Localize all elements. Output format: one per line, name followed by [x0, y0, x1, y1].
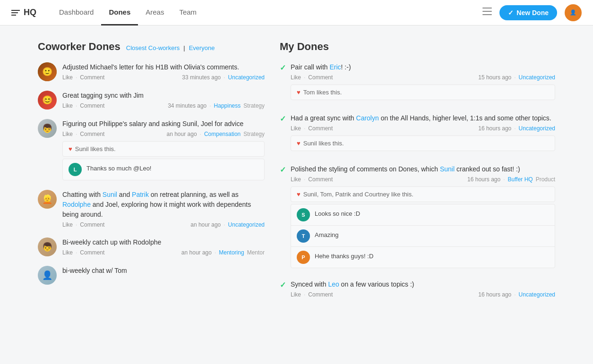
logo[interactable]: HQ [11, 8, 36, 17]
comment-item: S Looks so nice :D [291, 204, 555, 225]
coworker-done-item: 🙂 Adjusted Michael's letter for his H1B … [38, 62, 265, 81]
done-meta: Like · Comment an hour ago · Mentoring M… [62, 249, 265, 256]
likes-box: ♥ Sunil likes this. [291, 135, 555, 151]
my-done-item: ✓ Synced with Leo on a few various topic… [280, 279, 555, 298]
comment-avatar: P [297, 251, 310, 264]
coworker-dones-column: Coworker Dones Closest Co-workers | Ever… [38, 41, 265, 309]
heart-icon: ♥ [297, 191, 301, 198]
comment-button[interactable]: Comment [80, 249, 104, 256]
nav-dashboard[interactable]: Dashboard [52, 0, 101, 25]
done-tag-suffix: Strategy [243, 131, 265, 137]
comment-item: T Amazing [291, 225, 555, 246]
my-dones-title: My Dones [280, 41, 329, 53]
done-tag[interactable]: Uncategorized [519, 74, 555, 81]
like-button[interactable]: Like [291, 176, 301, 183]
comment-button[interactable]: Comment [308, 291, 333, 298]
comment-avatar: S [297, 208, 310, 221]
nav-team[interactable]: Team [172, 0, 204, 25]
like-button[interactable]: Like [291, 125, 301, 132]
done-link[interactable]: Carolyn [356, 114, 379, 122]
done-tag[interactable]: Uncategorized [228, 221, 265, 228]
likes-box: ♥ Sunil likes this. [62, 141, 265, 157]
like-button[interactable]: Like [62, 131, 73, 137]
done-content: Chatting with Sunil and Patrik on retrea… [62, 190, 265, 228]
likes-text: Sunil likes this. [303, 140, 344, 147]
done-tag-suffix: Strategy [243, 102, 265, 109]
done-text: Chatting with Sunil and Patrik on retrea… [62, 190, 265, 220]
like-button[interactable]: Like [291, 291, 301, 298]
like-button[interactable]: Like [62, 249, 73, 256]
done-link[interactable]: Sunil [440, 165, 455, 173]
filter-closest-coworkers[interactable]: Closest Co-workers [126, 44, 180, 51]
done-text: Figuring out Philippe's salary and askin… [62, 119, 265, 129]
like-button[interactable]: Like [62, 74, 73, 81]
my-dones-column: My Dones ✓ Pair call with Eric! :-) Like… [280, 41, 555, 309]
checkmark-icon: ✓ [280, 165, 286, 268]
comment-button[interactable]: Comment [80, 74, 104, 81]
done-content: Adjusted Michael's letter for his H1B wi… [62, 62, 265, 81]
done-tag[interactable]: Mentoring [219, 249, 244, 256]
likes-text: Sunil likes this. [75, 145, 116, 152]
user-avatar[interactable]: 👤 [565, 4, 582, 21]
new-done-button[interactable]: New Done [499, 5, 557, 20]
done-tag-suffix: Mentor [247, 249, 265, 256]
filter-everyone[interactable]: Everyone [189, 44, 215, 51]
avatar: 😊 [38, 91, 57, 110]
comment-text: Thanks so much @Leo! [86, 163, 151, 172]
done-time: an hour ago [190, 221, 221, 228]
done-tag[interactable]: Uncategorized [228, 74, 265, 81]
comment-button[interactable]: Comment [308, 176, 333, 183]
navbar: HQ Dashboard Dones Areas Team New Done 👤 [0, 0, 593, 25]
done-tag[interactable]: Uncategorized [519, 291, 555, 298]
like-button[interactable]: Like [62, 102, 73, 109]
my-done-content: Pair call with Eric! :-) Like · Comment … [291, 62, 555, 102]
like-button[interactable]: Like [62, 221, 73, 228]
comments-box: L Thanks so much @Leo! [62, 159, 265, 180]
done-tag[interactable]: Happiness [214, 102, 241, 109]
coworker-done-item: 👱 Chatting with Sunil and Patrik on retr… [38, 190, 265, 228]
done-text: bi-weekly chat w/ Tom [62, 266, 265, 276]
comments-box: S Looks so nice :D T Amazing P [291, 204, 555, 268]
logo-icon [11, 10, 20, 16]
done-meta: Like · Comment 34 minutes ago · Happines… [62, 102, 265, 109]
done-link[interactable]: Eric [329, 63, 341, 71]
comment-text: Hehe thanks guys! :D [315, 251, 373, 260]
likes-box: ♥ Sunil, Tom, Patrik and Courtney like t… [291, 186, 555, 202]
heart-icon: ♥ [69, 145, 72, 152]
done-text: Bi-weekly catch up with Rodolphe [62, 237, 265, 247]
done-text: Great tagging sync with Jim [62, 91, 265, 101]
like-button[interactable]: Like [291, 74, 301, 81]
comment-button[interactable]: Comment [80, 221, 104, 228]
done-meta: Like · Comment 33 minutes ago · Uncatego… [62, 74, 265, 81]
done-time: an hour ago [181, 249, 212, 256]
avatar: 👱 [38, 190, 57, 209]
comment-button[interactable]: Comment [308, 74, 333, 81]
nav-areas[interactable]: Areas [138, 0, 172, 25]
comment-item: P Hehe thanks guys! :D [291, 246, 555, 268]
coworker-done-item: 👦 Bi-weekly catch up with Rodolphe Like … [38, 237, 265, 256]
done-tag[interactable]: Buffer HQ [508, 176, 533, 183]
nav-dones[interactable]: Dones [101, 0, 138, 25]
done-tag[interactable]: Compensation [204, 131, 241, 137]
my-done-text: Synced with Leo on a few various topics … [291, 279, 555, 289]
done-meta: Like · Comment an hour ago · Compensatio… [62, 131, 265, 137]
comment-button[interactable]: Comment [80, 131, 104, 137]
my-done-content: Synced with Leo on a few various topics … [291, 279, 555, 298]
done-tag[interactable]: Uncategorized [519, 125, 555, 132]
comment-avatar: T [297, 229, 310, 243]
list-icon[interactable] [482, 8, 492, 17]
avatar: 🙂 [38, 62, 57, 81]
my-done-text: Had a great sync with Carolyn on the All… [291, 113, 555, 123]
done-time: 15 hours ago [478, 74, 511, 81]
logo-text: HQ [24, 8, 36, 17]
done-meta: Like · Comment 16 hours ago · Buffer HQ … [291, 176, 555, 183]
done-link[interactable]: Leo [328, 280, 339, 288]
done-time: 16 hours ago [478, 125, 511, 132]
nav-right: New Done 👤 [482, 4, 582, 21]
checkmark-icon: ✓ [280, 63, 286, 102]
done-time: 16 hours ago [478, 291, 511, 298]
svg-rect-0 [482, 8, 492, 8]
comment-button[interactable]: Comment [308, 125, 333, 132]
svg-rect-2 [482, 14, 492, 15]
comment-button[interactable]: Comment [80, 102, 104, 109]
